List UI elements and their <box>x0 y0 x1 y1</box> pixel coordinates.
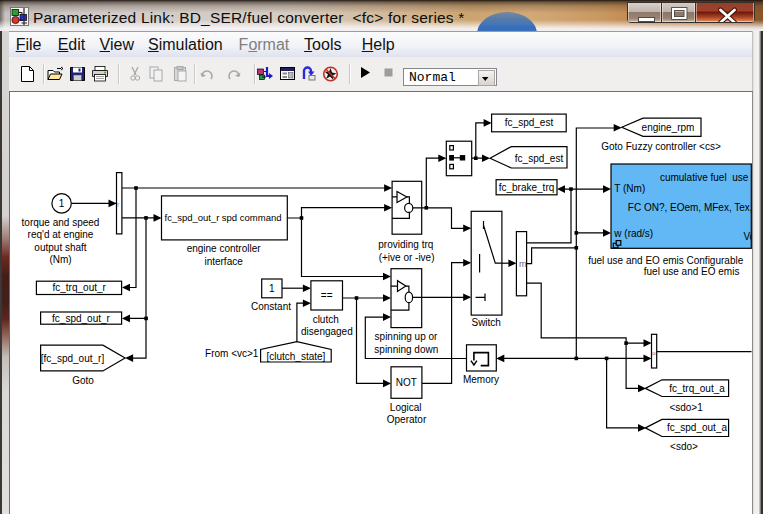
svg-text:From <vc>1: From <vc>1 <box>205 348 259 359</box>
svg-text:spd command: spd command <box>222 212 282 223</box>
svg-text:fc_spd_est: fc_spd_est <box>505 117 554 128</box>
svg-text:Vo: Vo <box>744 231 753 242</box>
svg-text:Logical: Logical <box>390 402 422 413</box>
svg-text:T (Nm): T (Nm) <box>614 183 645 194</box>
svg-text:<sdo>: <sdo> <box>670 441 698 452</box>
svg-text:fc_spd_out_r: fc_spd_out_r <box>165 212 220 223</box>
svg-text:1: 1 <box>59 198 65 209</box>
svg-text:1: 1 <box>269 283 275 294</box>
svg-text:clutch: clutch <box>313 314 339 325</box>
svg-text:fc_spd_out_r: fc_spd_out_r <box>52 313 110 324</box>
svg-text:Memory: Memory <box>463 374 499 385</box>
svg-text:u: u <box>652 350 655 356</box>
svg-text:fc_trq_out_r: fc_trq_out_r <box>53 282 107 293</box>
svg-text:fuel use and EO emis: fuel use and EO emis <box>644 266 740 277</box>
svg-text:output shaft: output shaft <box>34 242 86 253</box>
svg-text:(Nm): (Nm) <box>49 254 71 265</box>
svg-text:FC ON?, EOem, MFex, Tex, C: FC ON?, EOem, MFex, Tex, C <box>628 202 752 213</box>
svg-text:spinning down: spinning down <box>374 344 438 355</box>
svg-text:[clutch_state]: [clutch_state] <box>266 351 325 362</box>
svg-text:fc_trq_out_a: fc_trq_out_a <box>669 383 725 394</box>
svg-text:Constant: Constant <box>251 301 291 312</box>
svg-text:Switch: Switch <box>471 317 500 328</box>
svg-text:m: m <box>519 259 527 269</box>
svg-text:torque and speed: torque and speed <box>22 217 100 228</box>
svg-text:Goto Fuzzy controller <cs>: Goto Fuzzy controller <cs> <box>601 141 721 152</box>
svg-text:[fc_spd_out_r]: [fc_spd_out_r] <box>41 353 105 364</box>
svg-text:disengaged: disengaged <box>301 326 353 337</box>
svg-text:engine_rpm: engine_rpm <box>642 122 695 133</box>
svg-text:cumulative fuel use: cumulative fuel use <box>660 172 749 183</box>
svg-text:(+ive or -ive): (+ive or -ive) <box>379 252 435 263</box>
svg-text:NOT: NOT <box>396 377 417 388</box>
svg-text:Operator: Operator <box>387 414 427 425</box>
svg-text:providing trq: providing trq <box>378 239 433 250</box>
svg-text:Goto: Goto <box>72 375 94 386</box>
svg-text:fuel use and EO emis Configura: fuel use and EO emis Configurable <box>588 255 744 266</box>
svg-text:==: == <box>321 290 333 301</box>
svg-text:fc_spd_out_a: fc_spd_out_a <box>667 422 727 433</box>
svg-text:engine controller: engine controller <box>187 243 262 254</box>
svg-text:req'd at engine: req'd at engine <box>28 229 94 240</box>
svg-text:interface: interface <box>204 256 243 267</box>
svg-text:fc_brake_trq: fc_brake_trq <box>499 182 555 193</box>
svg-text:fc_spd_est: fc_spd_est <box>515 153 564 164</box>
svg-text:<sdo>1: <sdo>1 <box>669 402 703 413</box>
svg-text:spinning up or: spinning up or <box>375 331 438 342</box>
svg-text:w (rad/s): w (rad/s) <box>613 228 653 239</box>
